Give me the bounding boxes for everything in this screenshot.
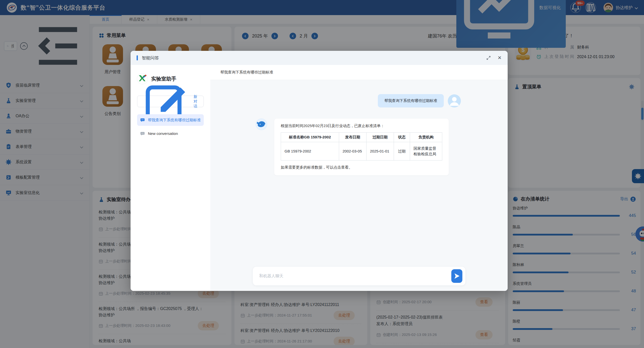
send-icon [453,272,461,280]
table-header-cell: 状态 [394,133,410,142]
chat-bubble-icon [140,118,145,123]
message-scroll-area[interactable]: 帮我查询下系统有哪些过期标准 根据当前时间2025年02月23日及行业动态，已废… [210,80,508,267]
conversation-item[interactable]: New conversation [137,128,204,139]
table-cell: 2025-01-01 [366,142,394,161]
chat-area: 帮我查询下系统有哪些过期标准 帮我查询下系统有哪些过期标准 根据当前时间2025… [210,65,508,291]
table-header-cell: 发布日期 [339,133,366,142]
chat-title: 帮我查询下系统有哪些过期标准 [210,65,508,80]
conversation-list: 帮我查询下系统有哪些过期标准 New conversation [137,114,204,139]
conversation-label: New conversation [148,131,178,136]
maximize-icon[interactable] [486,55,491,60]
user-message-bubble: 帮我查询下系统有哪些过期标准 [378,94,444,107]
user-message-row: 帮我查询下系统有哪些过期标准 [256,94,461,107]
ai-message-card: 根据当前时间2025年02月23日及行业动态，已废止标准清单： 标准名称GB 1… [274,119,449,175]
table-header-cell: 标准名称GB 15979-2002 [281,133,339,142]
chat-input-bar [253,267,465,285]
ai-outro-text: 如果需要更多的标准数据，可以点击查看。 [281,165,442,170]
app-screen: 数“智”公卫一体化综合服务平台 数据可视化 99+ 协达维护 [0,0,644,348]
modal-title: 智能问答 [142,55,159,61]
new-chat-label: 新对话 [192,94,199,109]
send-button[interactable] [451,269,462,283]
table-header-cell: 负责机构 [410,133,442,142]
table-cell: 2002-03-05 [339,142,366,161]
table-cell: GB 15979-2002 [281,142,339,161]
new-chat-button[interactable]: 新对话 [137,96,204,107]
assistant-sidebar: 实验室助手 新对话 帮我查询下系统有哪些过期标准 New conversatio… [131,65,210,291]
ai-intro-text: 根据当前时间2025年02月23日及行业动态，已废止标准清单： [281,124,442,128]
close-icon[interactable]: ✕ [498,55,502,61]
conversation-item[interactable]: 帮我查询下系统有哪些过期标准 [137,114,204,126]
chat-input[interactable] [253,274,465,278]
title-accent-bar [137,55,138,60]
ai-message-row: 根据当前时间2025年02月23日及行业动态，已废止标准清单： 标准名称GB 1… [256,119,461,175]
modal-header: 智能问答 ✕ [131,51,508,65]
table-cell: 过期 [394,142,410,161]
table-cell: 国家质量监督检验检疫总局 [410,142,442,161]
table-header-cell: 过期日期 [366,133,394,142]
standards-table: 标准名称GB 15979-2002发布日期过期日期状态负责机构GB 15979-… [281,132,442,161]
conversation-label: 帮我查询下系统有哪些过期标准 [148,117,201,123]
ai-whale-icon [256,119,267,130]
user-chat-avatar [448,94,461,107]
chat-bubble-icon [140,131,145,136]
qa-modal: 智能问答 ✕ 实验室助手 新对话 帮我查询下系统有哪些过期标准 New conv… [131,51,508,291]
